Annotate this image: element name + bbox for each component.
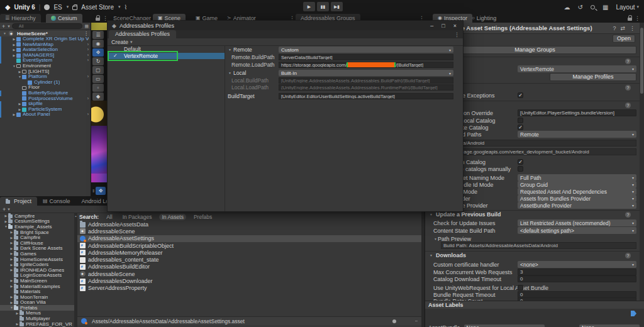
local-variable-dropdown[interactable]: Built-In▾ — [279, 70, 453, 76]
section-downloads[interactable]: ▼ Downloads ? — [425, 251, 640, 259]
play-button[interactable]: ▶ — [303, 2, 315, 11]
foldout-icon[interactable]: ▼ — [429, 213, 433, 216]
lock-icon[interactable] — [96, 18, 100, 21]
project-folder-row[interactable]: ▶ HomeSceneAssets — [0, 257, 74, 262]
scene-tool-button[interactable]: ✥ — [92, 48, 104, 57]
tab-cesium[interactable]: Cesium — [46, 14, 82, 23]
bundle-id-dropdown[interactable]: Group Guid▾ — [518, 181, 636, 188]
foldout-icon[interactable]: ▶ — [12, 36, 16, 42]
search-filter[interactable]: In Assets — [159, 214, 186, 220]
foldout-icon[interactable]: ▶ — [9, 279, 14, 282]
search-icon[interactable] — [591, 5, 595, 9]
remote-variable-dropdown[interactable]: Custom▾ — [279, 47, 453, 53]
build-load-paths-dropdown[interactable]: Remote▾ — [518, 131, 636, 138]
assetbundle-dropdown-1[interactable]: None▾ — [464, 324, 545, 327]
player-version-field[interactable]: [UnityEditor.PlayerSettings.bundleVersio… — [518, 109, 636, 116]
max-web-requests-field[interactable]: 3 — [518, 269, 636, 275]
foldout-icon[interactable]: ▶ — [9, 295, 14, 299]
project-folder-row[interactable]: LoginSceneAssets — [0, 273, 74, 279]
scene-header-row[interactable]: ▼ HomeScene* ⋮ — [0, 30, 91, 36]
version-control-icon[interactable]: ⌇ — [125, 4, 128, 11]
pause-button[interactable]: ▮▮ — [317, 2, 329, 11]
hierarchy-item[interactable]: PostprocessVolume › — [0, 96, 91, 102]
checkbox[interactable]: ✓ — [518, 92, 523, 98]
asset-row[interactable]: addressableScene — [77, 270, 421, 277]
asset-row[interactable]: AddressableAssetSettings — [77, 235, 421, 242]
nav-chevron-icon[interactable]: › — [87, 47, 89, 53]
asset-row[interactable]: AddressableAssetsData — [77, 221, 421, 228]
hierarchy-item[interactable]: ▶ Complete XR Origin Set Up V › — [0, 36, 91, 42]
kebab-icon[interactable]: ⋮ — [630, 25, 635, 31]
foldout-icon[interactable]: ▶ — [15, 311, 19, 315]
help-icon[interactable]: ? — [625, 212, 631, 218]
project-folder-row[interactable]: Multiplayer — [0, 316, 74, 321]
foldout-icon[interactable]: ▶ — [12, 42, 16, 48]
project-folder-row[interactable]: ▶ CesiumSettings — [0, 219, 74, 224]
project-folder-row[interactable]: ▼ Prefabs — [0, 305, 74, 311]
window-title-bar[interactable]: ◆ Addressables Profiles – □ × — [108, 21, 463, 30]
project-folder-row[interactable]: ▶ MainScreen — [0, 278, 74, 284]
foldout-icon[interactable]: ▶ — [9, 236, 14, 240]
check-update-issues-dropdown[interactable]: List Restricted Assets (recommended)▾ — [518, 219, 636, 226]
asset-provider-dropdown[interactable]: Assets from Bundles Provider▾ — [518, 195, 636, 202]
kebab-icon[interactable]: ⋮ — [84, 31, 89, 36]
foldout-icon[interactable]: ▶ — [9, 252, 14, 255]
foldout-icon[interactable]: ▼ — [228, 48, 232, 52]
foldout-icon[interactable]: ▼ — [228, 71, 232, 75]
thumbnail-size-slider[interactable] — [392, 319, 418, 323]
maximize-button[interactable]: □ — [441, 23, 445, 29]
nav-chevron-icon[interactable]: › — [87, 74, 89, 80]
foldout-icon[interactable]: ▶ — [12, 53, 16, 58]
asset-row[interactable]: addressables_content_state — [77, 256, 421, 263]
foldout-icon[interactable]: ▶ — [9, 301, 14, 304]
remote-loadpath-field[interactable]: https://storage.googleapis.com/ /[BuildT… — [279, 62, 453, 68]
inspector-scrollbar[interactable] — [640, 23, 644, 327]
profile-dropdown[interactable]: VertexRemote▾ — [518, 65, 636, 72]
asset-labels-header[interactable]: Asset Labels — [425, 301, 644, 309]
kebab-icon[interactable]: ⋮ — [635, 15, 640, 21]
help-icon[interactable]: ? — [625, 85, 631, 91]
hierarchy-item[interactable]: Cylinder (1) — [0, 80, 91, 86]
assetbundle-provider-dropdown[interactable]: AssetBundle Provider▾ — [518, 202, 636, 209]
foldout-icon[interactable]: ▶ — [12, 112, 16, 118]
help-icon[interactable]: ? — [625, 103, 631, 108]
nav-chevron-icon[interactable]: › — [87, 112, 89, 118]
hierarchy-item[interactable]: ▶ AvatarSelection › — [0, 47, 91, 53]
assetbundle-dropdown-2[interactable]: None▾ — [579, 324, 640, 327]
manage-groups-button[interactable]: Manage Groups — [433, 46, 636, 54]
step-button[interactable]: ▶▮ — [331, 2, 343, 11]
hierarchy-item[interactable]: ▶ skpfile — [0, 101, 91, 107]
cloud-icon[interactable]: ☁ — [564, 4, 570, 11]
help-icon[interactable]: ? — [625, 253, 631, 258]
project-folder-row[interactable]: ▶ Dark Scene Assets — [0, 246, 74, 252]
foldout-icon[interactable]: ▼ — [433, 237, 438, 241]
tab-lighting[interactable]: ○ Lighting — [467, 14, 501, 23]
scene-tool-button[interactable]: ◉ — [92, 40, 104, 48]
scene-tool-button[interactable]: ▫ — [92, 84, 104, 92]
search-filter[interactable]: All — [104, 214, 114, 220]
foldout-icon[interactable]: ▶ — [18, 69, 22, 75]
foldout-icon[interactable]: ▼ — [9, 306, 14, 309]
project-folder-row[interactable]: Materials — [0, 289, 74, 294]
hierarchy-item[interactable]: EventSystem › — [0, 58, 91, 64]
naming-mode-dropdown[interactable]: Full Path▾ — [518, 174, 636, 181]
cert-handler-dropdown[interactable]: <none>▾ — [518, 261, 636, 268]
foldout-icon[interactable]: ▶ — [9, 268, 14, 272]
asset-row[interactable]: AddressableMemoryReleaser — [77, 249, 421, 256]
help-icon[interactable]: ? — [625, 58, 631, 64]
scene-tool-button[interactable]: ↻ — [92, 57, 104, 65]
minimize-button[interactable]: – — [430, 23, 433, 29]
foldout-icon[interactable]: ▶ — [18, 101, 22, 107]
foldout-icon[interactable]: ▶ — [9, 284, 14, 288]
create-dropdown-icon[interactable]: ▾ — [130, 40, 133, 45]
asset-row[interactable]: AddressablesBuildEditor — [77, 263, 421, 270]
project-folder-row[interactable]: ▶ PREFABS_FOR_VR — [0, 321, 74, 327]
nav-chevron-icon[interactable]: › — [87, 96, 89, 102]
tab-addressables-profiles[interactable]: Addressables Profiles — [109, 30, 176, 38]
search-filter[interactable]: In Packages — [120, 214, 155, 220]
foldout-icon[interactable]: ▼ — [429, 253, 433, 257]
tag-icon[interactable] — [631, 311, 636, 316]
project-folder-row[interactable]: ▶ CliffHouse — [0, 240, 74, 246]
profile-row[interactable]: ✓ VertexRemote — [108, 53, 225, 60]
create-object-button[interactable]: + — [2, 23, 5, 30]
